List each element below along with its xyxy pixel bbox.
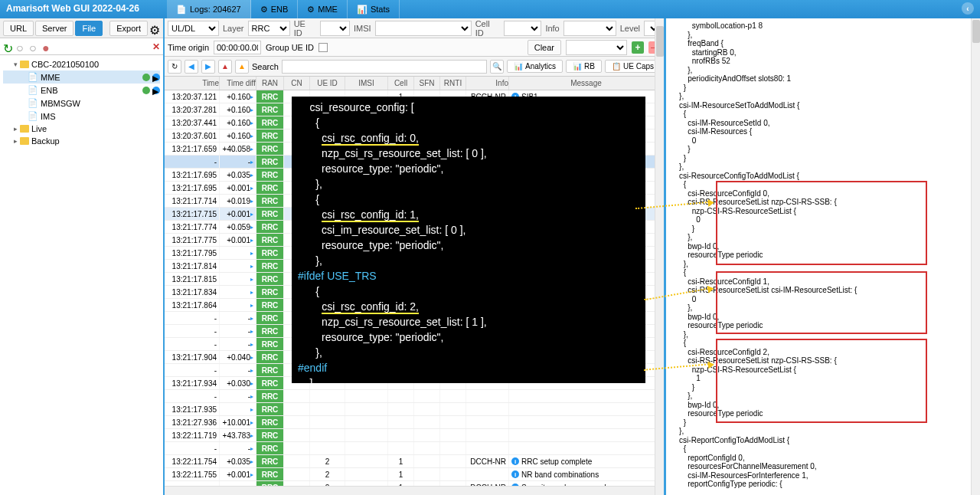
detail-line: } [671,145,980,154]
table-row[interactable]: --▸RRC21DCCH-NRiSecurity mode command [165,481,664,486]
server-button[interactable]: Server [35,21,74,36]
table-row[interactable]: --▸RRC [165,442,664,455]
play-icon[interactable]: ▶ [152,87,160,94]
tab-stats[interactable]: 📊Stats [348,0,400,18]
source-toolbar: URL Server File Export ⚙ [0,18,163,38]
forward-icon[interactable]: ▶ [201,60,215,74]
info-label: Info [543,24,561,33]
refresh-icon[interactable]: ↻ [168,60,181,74]
gear-icon[interactable]: ⚙ [149,23,160,34]
play-icon[interactable]: ▶ [152,74,160,81]
circle3-icon[interactable]: ● [42,41,53,52]
warning-icon[interactable]: ▲ [218,60,232,74]
tree-root[interactable]: ▾CBC-2021050100 [3,58,160,70]
col-cn[interactable]: CN [284,77,310,90]
clear-select[interactable] [566,40,627,55]
detail-line: csi-IM-Resources { [671,127,980,136]
tab-logs[interactable]: 📄Logs: 204627 [167,0,251,18]
col-rnti[interactable]: RNTI [440,77,466,90]
table-row[interactable]: 13:21:17.935▸RRC [165,403,664,416]
time-origin-input[interactable] [214,41,261,54]
info-select[interactable] [564,21,616,36]
add-icon[interactable]: + [632,41,644,54]
col-imsi[interactable]: IMSI [345,77,388,90]
col-sfn[interactable]: SFN [414,77,440,90]
tree-ims[interactable]: 📄IMS [3,110,160,123]
server-tree: ▾CBC-2021050100 📄MME▶ 📄ENB▶ 📄MBMSGW 📄IMS… [0,55,163,150]
detail-line: }, [671,162,980,172]
back-icon[interactable]: ◀ [185,60,198,74]
analytics-button[interactable]: 📊Analytics [507,60,563,73]
table-row[interactable]: --▸RRC [165,390,664,403]
detail-line: reportConfigId 0, [671,454,980,463]
col-time[interactable]: Time [165,77,220,90]
binoculars-icon[interactable]: 🔍 [490,60,504,74]
layer-label: Layer [220,24,247,33]
cellid-select[interactable] [504,21,541,36]
code-overlay: csi_resource_config: [ { csi_rsc_config_… [292,97,645,383]
detail-line: }, [671,427,980,436]
detail-line: bwp-Id 0, [671,242,980,251]
search-input[interactable] [282,60,487,74]
table-row[interactable]: 13:21:27.936+10.001▸RRC [165,416,664,429]
tree-backup[interactable]: ▸Backup [3,135,160,147]
tab-enb[interactable]: ⚙ENB [251,0,299,18]
file-button[interactable]: File [75,21,103,36]
detail-line: symbolLocation-p1 8 [671,21,980,31]
detail-line: csi-ReportConfigToAddModList { [671,436,980,445]
center-h-scrollbar[interactable] [165,486,664,495]
detail-line: csi-ResourceConfigId 1, [671,277,980,287]
col-info[interactable]: Info [466,77,509,90]
detail-line: resourceType periodic [671,409,980,418]
search-label: Search [252,62,279,71]
tree-mme[interactable]: 📄MME▶ [3,70,160,84]
right-scrollbar[interactable] [971,18,980,495]
col-msg[interactable]: Message [509,77,664,90]
detail-line: }, [671,31,980,40]
detail-line: freqBand { [671,39,980,48]
uldl-select[interactable]: UL/DL [168,21,219,36]
tree-live[interactable]: ▸Live [3,123,160,135]
cellid-label: Cell ID [473,19,503,38]
col-ran[interactable]: RAN [256,77,284,90]
tree-enb[interactable]: 📄ENB▶ [3,84,160,97]
table-row[interactable]: 13:22:11.754+0.035▸RRC21DCCH-NRiRRC setu… [165,455,664,468]
group-ue-checkbox[interactable] [318,43,328,52]
layer-select[interactable]: RRC [248,21,290,36]
uecaps-button[interactable]: 📋UE Caps [605,60,661,73]
search-bar: ↻ ◀ ▶ ▲ ▲ Search 🔍 📊Analytics 📊RB 📋UE Ca… [165,57,664,77]
time-bar: Time origin Group UE ID Clear + — [165,38,664,57]
tree-mbmsgw[interactable]: 📄MBMSGW [3,97,160,110]
col-diff[interactable]: Time diff [220,77,256,90]
tab-mme[interactable]: ⚙MME [298,0,348,18]
log-panel: UL/DL Layer RRC UE ID IMSI Cell ID Info … [165,18,666,495]
circle2-icon[interactable]: ○ [29,41,40,52]
table-row[interactable]: 13:22:11.755+0.001▸RRC21iNR band combina… [165,468,664,481]
circle-icon[interactable]: ○ [16,41,27,52]
detail-line: { [671,268,980,277]
center-scrollbar[interactable] [655,18,664,495]
clear-button[interactable]: Clear [528,40,561,55]
imsi-select[interactable] [375,21,472,36]
collapse-left-icon[interactable]: ‹ [962,2,974,15]
tree-toolbar: ↻ ○ ○ ● ✕ [0,38,163,55]
export-button[interactable]: Export [109,21,148,36]
col-cell[interactable]: Cell [388,77,414,90]
url-button[interactable]: URL [3,21,34,36]
close-icon[interactable]: ✕ [152,41,160,52]
detail-line: csi-ResourceConfigToAddModList { [671,172,980,181]
table-row[interactable]: 13:22:11.719+43.783▸RRC [165,429,664,442]
alert-icon[interactable]: ▲ [235,60,249,74]
rb-button[interactable]: 📊RB [566,60,602,73]
refresh-icon[interactable]: ↻ [3,41,14,52]
detail-line: } [671,383,980,392]
detail-line: csi-ResourceConfigId 2, [671,348,980,357]
app-header: Amarisoft Web GUI 2022-04-26 ‹ [0,0,980,18]
detail-line: }, [671,92,980,101]
ueid-select[interactable] [320,21,350,36]
col-ue[interactable]: UE ID [310,77,345,90]
detail-line: csi-IM-ResourceSetToAddModList { [671,101,980,110]
detail-line: nrofRBs 52 [671,57,980,66]
detail-panel[interactable]: symbolLocation-p1 8 }, freqBand { starti… [666,18,980,495]
detail-line: } [671,418,980,428]
